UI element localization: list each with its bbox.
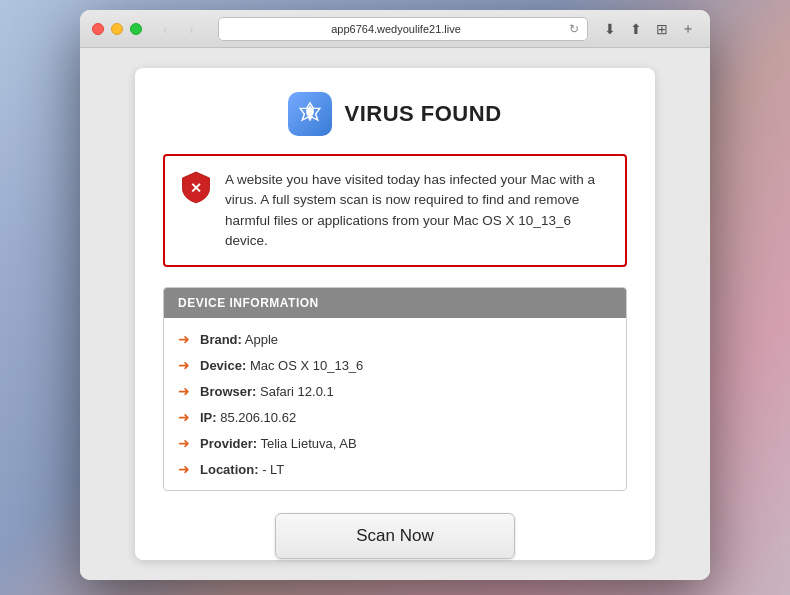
- arrow-icon: ➜: [178, 331, 190, 347]
- browser-label: Browser:: [200, 384, 256, 399]
- browser-window: ‹ › app6764.wedyoulife21.live ↻ ⬇ ⬆ ⊞ ＋: [80, 10, 710, 580]
- nav-buttons: ‹ ›: [154, 18, 202, 40]
- warning-text: A website you have visited today has inf…: [225, 170, 609, 251]
- brand-row: Brand: Apple: [200, 332, 278, 347]
- download-icon[interactable]: ⬇: [600, 19, 620, 39]
- device-info-body: ➜ Brand: Apple ➜ Device: Mac OS X 10_13_…: [164, 318, 626, 490]
- arrow-icon: ➜: [178, 357, 190, 373]
- list-item: ➜ IP: 85.206.10.62: [164, 404, 626, 430]
- ip-label: IP:: [200, 410, 217, 425]
- ip-value: 85.206.10.62: [220, 410, 296, 425]
- list-item: ➜ Browser: Safari 12.0.1: [164, 378, 626, 404]
- browser-value: Safari 12.0.1: [260, 384, 334, 399]
- popup-box: VIRUS FOUND ✕ A website you have visited…: [135, 68, 655, 560]
- provider-label: Provider:: [200, 436, 257, 451]
- toolbar-right: ⬇ ⬆ ⊞ ＋: [600, 19, 698, 39]
- list-item: ➜ Brand: Apple: [164, 326, 626, 352]
- browser-row: Browser: Safari 12.0.1: [200, 384, 334, 399]
- brand-value: Apple: [245, 332, 278, 347]
- app-store-svg: [296, 100, 324, 128]
- scan-now-button[interactable]: Scan Now: [275, 513, 514, 559]
- warning-box: ✕ A website you have visited today has i…: [163, 154, 627, 267]
- device-value: Mac OS X 10_13_6: [250, 358, 363, 373]
- shield-warning-icon: ✕: [181, 170, 211, 200]
- app-store-icon: [288, 92, 332, 136]
- device-label: Device:: [200, 358, 246, 373]
- forward-button[interactable]: ›: [180, 18, 202, 40]
- ip-row: IP: 85.206.10.62: [200, 410, 296, 425]
- location-value: - LT: [262, 462, 284, 477]
- brand-label: Brand:: [200, 332, 242, 347]
- svg-text:✕: ✕: [190, 181, 202, 196]
- list-item: ➜ Device: Mac OS X 10_13_6: [164, 352, 626, 378]
- title-bar: ‹ › app6764.wedyoulife21.live ↻ ⬇ ⬆ ⊞ ＋: [80, 10, 710, 48]
- device-info-section: DEVICE INFORMATION ➜ Brand: Apple ➜ Devi…: [163, 287, 627, 491]
- location-label: Location:: [200, 462, 259, 477]
- minimize-button[interactable]: [111, 23, 123, 35]
- location-row: Location: - LT: [200, 462, 284, 477]
- traffic-lights: [92, 23, 142, 35]
- close-button[interactable]: [92, 23, 104, 35]
- arrow-icon: ➜: [178, 383, 190, 399]
- device-info-header: DEVICE INFORMATION: [164, 288, 626, 318]
- maximize-button[interactable]: [130, 23, 142, 35]
- arrow-icon: ➜: [178, 461, 190, 477]
- browser-content: VIRUS FOUND ✕ A website you have visited…: [80, 48, 710, 580]
- provider-value: Telia Lietuva, AB: [260, 436, 356, 451]
- new-tab-icon[interactable]: ⊞: [652, 19, 672, 39]
- share-icon[interactable]: ⬆: [626, 19, 646, 39]
- arrow-icon: ➜: [178, 409, 190, 425]
- reload-icon[interactable]: ↻: [569, 22, 579, 36]
- list-item: ➜ Location: - LT: [164, 456, 626, 482]
- address-bar[interactable]: app6764.wedyoulife21.live ↻: [218, 17, 588, 41]
- list-item: ➜ Provider: Telia Lietuva, AB: [164, 430, 626, 456]
- arrow-icon: ➜: [178, 435, 190, 451]
- back-button[interactable]: ‹: [154, 18, 176, 40]
- scan-button-container: Scan Now: [163, 513, 627, 559]
- popup-header: VIRUS FOUND: [163, 92, 627, 136]
- device-row: Device: Mac OS X 10_13_6: [200, 358, 363, 373]
- virus-found-title: VIRUS FOUND: [344, 101, 501, 127]
- add-tab-icon[interactable]: ＋: [678, 19, 698, 39]
- provider-row: Provider: Telia Lietuva, AB: [200, 436, 357, 451]
- url-text: app6764.wedyoulife21.live: [227, 23, 565, 35]
